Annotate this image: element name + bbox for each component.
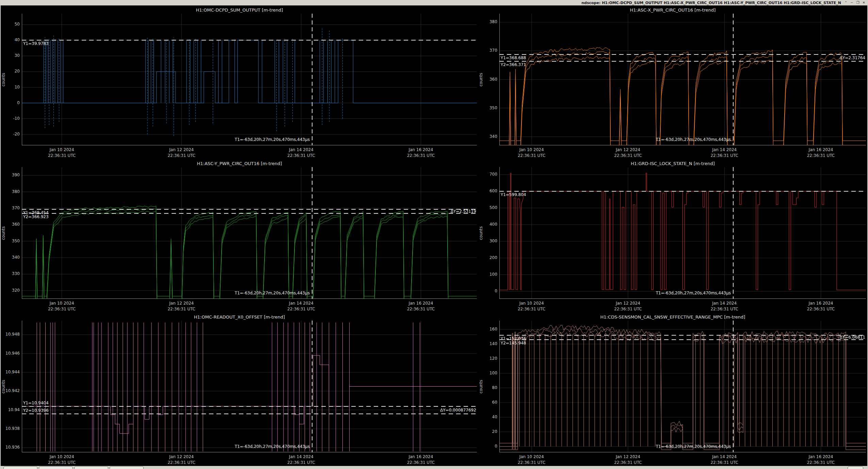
x-tick-label: Jan 12 202422:36:31 UTC (614, 454, 642, 465)
plot-svg (499, 321, 866, 452)
y-tick-label: 10.94 (8, 407, 20, 412)
y-tick-label: 600 (489, 189, 497, 193)
y1-cursor-label: Y1=368.688 (501, 55, 526, 60)
x-axis-ticks: Jan 10 202422:36:31 UTCJan 12 202422:36:… (499, 299, 866, 312)
y-axis-ticks: 7006005004003002001000 (484, 167, 499, 299)
y-axis-label: counts (1, 321, 6, 452)
y-axis-ticks: 160140120100806040200 (484, 321, 499, 452)
y-tick-label: 330 (12, 271, 20, 276)
minimize-icon[interactable]: − (850, 1, 853, 4)
y-tick-label: 380 (12, 189, 20, 194)
x-tick-label: Jan 12 202422:36:31 UTC (167, 147, 195, 158)
y-tick-label: 10.944 (5, 370, 20, 374)
shade-icon[interactable]: ⌃ (845, 1, 847, 4)
bottom-button[interactable] (74, 466, 108, 469)
t1-cursor-line[interactable] (312, 321, 312, 452)
t1-cursor-line[interactable] (312, 14, 312, 145)
plot-tile-asc-y-pwr-circ-out16: H1:ASC-Y_PWR_CIRC_OUT16 [m-trend] counts… (1, 159, 478, 312)
plot-svg (22, 14, 477, 145)
bottom-button[interactable] (848, 466, 863, 469)
x-tick-label: Jan 12 202422:36:31 UTC (167, 454, 195, 465)
x-tick-label: Jan 10 202422:36:31 UTC (518, 301, 546, 311)
y-tick-label: 350 (12, 239, 20, 243)
gridlines (499, 14, 866, 145)
t1-cursor-line[interactable] (733, 14, 734, 145)
plot-canvas[interactable]: Y1=152.016Y2=145.948ΔY=6.06811T1=-63d,20… (499, 321, 866, 452)
plot-title: H1:ASC-Y_PWR_CIRC_OUT16 [m-trend] (1, 159, 478, 167)
bottom-button[interactable] (39, 466, 73, 469)
plot-canvas[interactable]: Y1=368.688Y2=366.371ΔY=2.31764T1=-63d,20… (499, 14, 866, 145)
y-tick-label: 340 (489, 134, 497, 139)
plot-title: H1:GRD-ISC_LOCK_STATE_N [m-trend] (478, 159, 867, 167)
y2-cursor-line[interactable] (499, 61, 866, 62)
t1-cursor-line[interactable] (733, 167, 734, 299)
close-icon[interactable]: ✕ (863, 1, 865, 4)
y-tick-label: 140 (489, 341, 497, 346)
trace (22, 323, 477, 452)
y1-cursor-label: Y1=39.9783 (23, 41, 49, 46)
x-tick-label: Jan 12 202422:36:31 UTC (614, 301, 642, 311)
y-tick-label: 0 (495, 289, 497, 293)
y-tick-label: 10.948 (5, 332, 20, 337)
y-tick-label: 360 (12, 222, 20, 227)
y1-cursor-line[interactable] (499, 54, 866, 55)
y1-cursor-line[interactable] (22, 209, 477, 210)
y-tick-label: 40 (492, 415, 497, 419)
titlebar[interactable]: ndscope: H1:OMC-DCPD_SUM_OUTPUT H1:ASC-X… (1, 0, 867, 5)
x-tick-label: Jan 10 202422:36:31 UTC (48, 301, 76, 311)
maximize-icon[interactable]: ❐ (856, 1, 859, 4)
y-tick-label: 10 (15, 85, 20, 90)
y1-cursor-label: Y1=599.804 (501, 192, 526, 197)
y-axis-ticks: 380370360350340 (484, 14, 499, 145)
y-axis-ticks: 10.94810.94610.94410.94210.9410.93810.93… (6, 321, 22, 452)
plot-canvas[interactable]: Y1=369.454Y2=366.923ΔY=2.53119T1=-63d,20… (22, 167, 477, 299)
window-controls: ⌃ − ❐ ✕ (845, 1, 865, 4)
plot-tile-omc-dcpd-sum-output: H1:OMC-DCPD_SUM_OUTPUT [m-trend] counts … (1, 5, 478, 159)
y-tick-label: 0 (17, 100, 20, 105)
x-axis-ticks: Jan 10 202422:36:31 UTCJan 12 202422:36:… (22, 452, 477, 466)
plot-grid: H1:OMC-DCPD_SUM_OUTPUT [m-trend] counts … (1, 5, 867, 466)
y2-cursor-line[interactable] (22, 213, 477, 214)
t1-cursor-line[interactable] (312, 167, 312, 299)
y1-cursor-line[interactable] (22, 40, 477, 41)
x-tick-label: Jan 16 202422:36:31 UTC (407, 454, 435, 465)
y-tick-label: 30 (15, 53, 20, 58)
window-title: ndscope: H1:OMC-DCPD_SUM_OUTPUT H1:ASC-X… (581, 1, 841, 5)
bottom-toolbar (1, 466, 867, 469)
plot-svg (22, 321, 477, 452)
t1-cursor-line[interactable] (733, 321, 734, 452)
axis-lines (22, 14, 477, 145)
y-tick-label: -10 (13, 116, 20, 121)
plot-tile-asc-x-pwr-circ-out16: H1:ASC-X_PWR_CIRC_OUT16 [m-trend] counts… (478, 5, 867, 159)
plot-canvas[interactable]: Y1=599.804T1=-63d,20h,27m,20s,470ms,443µ… (499, 167, 866, 299)
y2-cursor-label: Y2=366.371 (501, 62, 526, 67)
delta-y-label: ΔY=2.31764 (840, 55, 865, 60)
y-tick-label: 700 (489, 172, 497, 177)
y2-cursor-line[interactable] (499, 339, 866, 340)
plot-title: H1:OMC-READOUT_X0_OFFSET [m-trend] (1, 312, 478, 321)
y1-cursor-line[interactable] (22, 406, 477, 407)
x-axis-ticks: Jan 10 202422:36:31 UTCJan 12 202422:36:… (499, 452, 866, 466)
bottom-button[interactable] (3, 466, 37, 469)
y-axis-label: counts (478, 14, 484, 145)
y-tick-label: 200 (489, 255, 497, 260)
y2-cursor-line[interactable] (22, 414, 477, 414)
x-tick-label: Jan 14 202422:36:31 UTC (287, 301, 315, 311)
x-tick-label: Jan 14 202422:36:31 UTC (710, 301, 738, 311)
plot-canvas[interactable]: Y1=10.9404Y2=10.9396ΔY=0.000877692T1=-63… (22, 321, 477, 452)
y1-cursor-line[interactable] (499, 191, 866, 192)
y-tick-label: 50 (15, 22, 20, 27)
delta-y-label: ΔY=0.000877692 (440, 408, 476, 413)
y-axis-ticks: 390380370360350340330320 (6, 167, 22, 299)
y-tick-label: 20 (492, 429, 497, 434)
x-tick-label: Jan 16 202422:36:31 UTC (807, 301, 835, 311)
x-axis-ticks: Jan 10 202422:36:31 UTCJan 12 202422:36:… (22, 145, 477, 159)
y1-cursor-line[interactable] (499, 335, 866, 336)
bottom-button[interactable] (110, 466, 144, 469)
y-tick-label: 100 (489, 371, 497, 375)
x-tick-label: Jan 12 202422:36:31 UTC (614, 147, 642, 158)
plot-title: H1:CDS-SENSMON_CAL_SNSW_EFFECTIVE_RANGE_… (478, 312, 867, 321)
y-axis-label: counts (478, 167, 484, 299)
y-tick-label: 370 (12, 206, 20, 210)
plot-canvas[interactable]: Y1=39.9783T1=-63d,20h,27m,20s,470ms,443µ… (22, 14, 477, 145)
